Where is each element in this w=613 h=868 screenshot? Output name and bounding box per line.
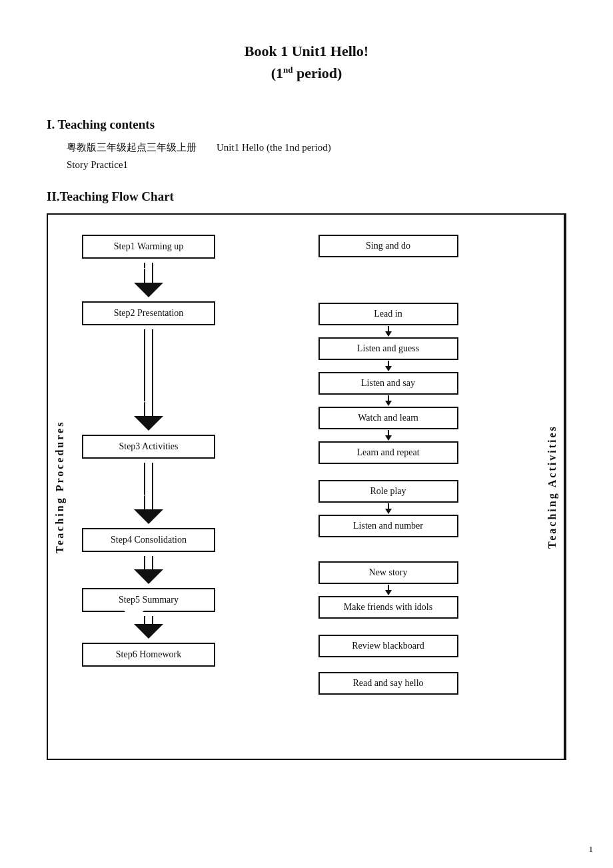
tc-chinese: 粤教版三年级起点三年级上册 <box>67 141 197 154</box>
act-read-say-hello: Read and say hello <box>318 672 458 695</box>
act-make-friends: Make friends with idols <box>318 596 458 619</box>
step4-box: Step4 Consolidation <box>82 528 215 552</box>
tc-story: Story Practice1 <box>67 159 566 171</box>
step3-box: Step3 Activities <box>82 435 215 459</box>
step6-box: Step6 Homework <box>82 643 215 667</box>
page-title: Book 1 Unit1 Hello! (1nd period) <box>47 40 566 84</box>
step2-box: Step2 Presentation <box>82 301 215 325</box>
act-listen-guess: Listen and guess <box>318 337 458 360</box>
arrow-step2-step3 <box>134 329 163 431</box>
arrow-step5-step6 <box>134 616 163 639</box>
act-new-story: New story <box>318 561 458 584</box>
step5-box: Step5 Summary <box>82 588 215 612</box>
act-review-blackboard: Review blackboard <box>318 635 458 657</box>
act-lead-in: Lead in <box>318 303 458 325</box>
act-listen-number: Listen and number <box>318 515 458 537</box>
section2-heading: II.Teaching Flow Chart <box>47 189 566 204</box>
section1-heading: I. Teaching contents <box>47 117 566 132</box>
arrow-step4-step5 <box>134 556 163 584</box>
act-role-play: Role play <box>318 480 458 503</box>
arrow-step3-step4 <box>134 463 163 524</box>
page-number: 1 <box>589 844 594 855</box>
right-label: Teaching Activities <box>541 215 565 759</box>
left-label: Teaching Procedures <box>48 215 72 759</box>
act-learn-repeat: Learn and repeat <box>318 441 458 464</box>
tc-english: Unit1 Hello (the 1nd period) <box>217 142 331 153</box>
step1-box: Step1 Warming up <box>82 235 215 259</box>
arrow-step1-step2 <box>134 263 163 297</box>
act-watch-learn: Watch and learn <box>318 407 458 429</box>
act-sing-and-do: Sing and do <box>318 235 458 257</box>
act-listen-say: Listen and say <box>318 372 458 395</box>
